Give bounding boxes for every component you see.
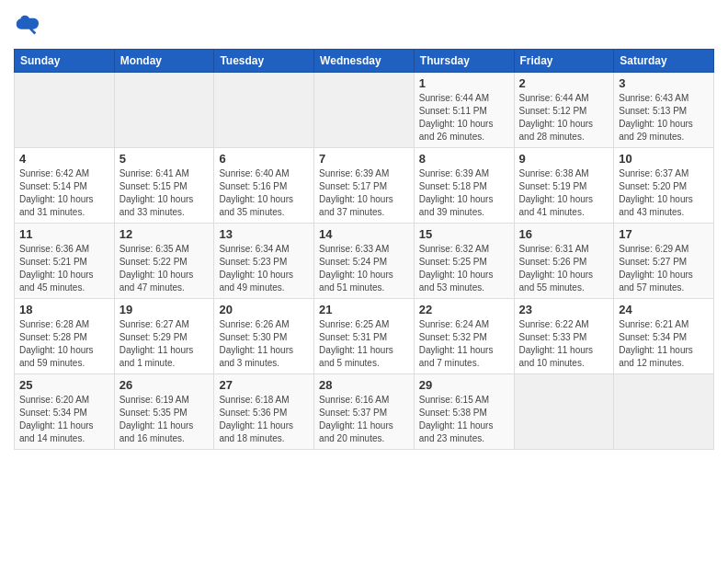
day-info: Sunrise: 6:15 AM Sunset: 5:38 PM Dayligh… <box>419 394 509 445</box>
day-info: Sunrise: 6:18 AM Sunset: 5:36 PM Dayligh… <box>219 394 309 445</box>
calendar-cell: 3Sunrise: 6:43 AM Sunset: 5:13 PM Daylig… <box>614 73 714 148</box>
day-number: 7 <box>319 152 409 166</box>
day-info: Sunrise: 6:40 AM Sunset: 5:16 PM Dayligh… <box>219 167 309 219</box>
day-info: Sunrise: 6:44 AM Sunset: 5:11 PM Dayligh… <box>419 92 509 144</box>
day-number: 3 <box>619 76 709 90</box>
calendar-cell: 16Sunrise: 6:31 AM Sunset: 5:26 PM Dayli… <box>514 224 614 299</box>
day-number: 12 <box>119 227 210 241</box>
day-info: Sunrise: 6:41 AM Sunset: 5:15 PM Dayligh… <box>119 167 210 219</box>
calendar-cell: 6Sunrise: 6:40 AM Sunset: 5:16 PM Daylig… <box>214 148 314 224</box>
calendar-cell: 27Sunrise: 6:18 AM Sunset: 5:36 PM Dayli… <box>214 374 314 450</box>
day-number: 29 <box>419 378 509 392</box>
day-number: 17 <box>619 227 709 241</box>
calendar: SundayMondayTuesdayWednesdayThursdayFrid… <box>14 49 714 450</box>
day-info: Sunrise: 6:32 AM Sunset: 5:25 PM Dayligh… <box>419 243 509 294</box>
logo <box>14 14 43 40</box>
day-number: 13 <box>219 227 309 241</box>
day-number: 23 <box>519 303 609 316</box>
calendar-cell: 22Sunrise: 6:24 AM Sunset: 5:32 PM Dayli… <box>414 299 514 374</box>
calendar-cell: 25Sunrise: 6:20 AM Sunset: 5:34 PM Dayli… <box>15 374 115 450</box>
day-info: Sunrise: 6:26 AM Sunset: 5:30 PM Dayligh… <box>219 318 309 370</box>
day-number: 22 <box>419 303 509 316</box>
calendar-cell: 9Sunrise: 6:38 AM Sunset: 5:19 PM Daylig… <box>514 148 614 224</box>
calendar-cell: 1Sunrise: 6:44 AM Sunset: 5:11 PM Daylig… <box>414 73 514 148</box>
day-number: 9 <box>519 152 609 166</box>
day-info: Sunrise: 6:19 AM Sunset: 5:35 PM Dayligh… <box>119 394 210 445</box>
day-info: Sunrise: 6:38 AM Sunset: 5:19 PM Dayligh… <box>519 167 609 219</box>
calendar-cell: 11Sunrise: 6:36 AM Sunset: 5:21 PM Dayli… <box>15 224 115 299</box>
calendar-cell: 13Sunrise: 6:34 AM Sunset: 5:23 PM Dayli… <box>214 224 314 299</box>
calendar-cell: 23Sunrise: 6:22 AM Sunset: 5:33 PM Dayli… <box>514 299 614 374</box>
header <box>14 14 714 40</box>
day-info: Sunrise: 6:37 AM Sunset: 5:20 PM Dayligh… <box>619 167 709 219</box>
calendar-cell <box>214 73 314 148</box>
day-number: 6 <box>219 152 309 166</box>
header-row: SundayMondayTuesdayWednesdayThursdayFrid… <box>15 50 714 73</box>
calendar-cell: 2Sunrise: 6:44 AM Sunset: 5:12 PM Daylig… <box>514 73 614 148</box>
day-number: 14 <box>319 227 409 241</box>
calendar-day-header: Thursday <box>414 50 514 73</box>
day-number: 18 <box>19 303 109 316</box>
day-info: Sunrise: 6:43 AM Sunset: 5:13 PM Dayligh… <box>619 92 709 144</box>
day-number: 5 <box>119 152 210 166</box>
calendar-cell: 29Sunrise: 6:15 AM Sunset: 5:38 PM Dayli… <box>414 374 514 450</box>
calendar-week-row: 25Sunrise: 6:20 AM Sunset: 5:34 PM Dayli… <box>15 374 714 450</box>
day-number: 8 <box>419 152 509 166</box>
calendar-week-row: 11Sunrise: 6:36 AM Sunset: 5:21 PM Dayli… <box>15 224 714 299</box>
day-number: 28 <box>319 378 409 392</box>
calendar-cell: 26Sunrise: 6:19 AM Sunset: 5:35 PM Dayli… <box>114 374 214 450</box>
day-info: Sunrise: 6:22 AM Sunset: 5:33 PM Dayligh… <box>519 318 609 370</box>
calendar-cell: 17Sunrise: 6:29 AM Sunset: 5:27 PM Dayli… <box>614 224 714 299</box>
calendar-day-header: Tuesday <box>214 50 314 73</box>
calendar-week-row: 1Sunrise: 6:44 AM Sunset: 5:11 PM Daylig… <box>15 73 714 148</box>
calendar-cell: 20Sunrise: 6:26 AM Sunset: 5:30 PM Dayli… <box>214 299 314 374</box>
day-number: 10 <box>619 152 709 166</box>
calendar-body: 1Sunrise: 6:44 AM Sunset: 5:11 PM Daylig… <box>15 73 714 450</box>
day-info: Sunrise: 6:42 AM Sunset: 5:14 PM Dayligh… <box>19 167 109 219</box>
day-info: Sunrise: 6:29 AM Sunset: 5:27 PM Dayligh… <box>619 243 709 294</box>
calendar-day-header: Monday <box>114 50 214 73</box>
calendar-week-row: 4Sunrise: 6:42 AM Sunset: 5:14 PM Daylig… <box>15 148 714 224</box>
calendar-day-header: Sunday <box>15 50 115 73</box>
calendar-cell: 4Sunrise: 6:42 AM Sunset: 5:14 PM Daylig… <box>15 148 115 224</box>
calendar-cell <box>15 73 115 148</box>
day-info: Sunrise: 6:44 AM Sunset: 5:12 PM Dayligh… <box>519 92 609 144</box>
calendar-header: SundayMondayTuesdayWednesdayThursdayFrid… <box>15 50 714 73</box>
calendar-week-row: 18Sunrise: 6:28 AM Sunset: 5:28 PM Dayli… <box>15 299 714 374</box>
day-number: 26 <box>119 378 210 392</box>
day-number: 19 <box>119 303 210 316</box>
day-info: Sunrise: 6:27 AM Sunset: 5:29 PM Dayligh… <box>119 318 210 370</box>
day-info: Sunrise: 6:36 AM Sunset: 5:21 PM Dayligh… <box>19 243 109 294</box>
calendar-cell: 28Sunrise: 6:16 AM Sunset: 5:37 PM Dayli… <box>314 374 415 450</box>
day-number: 1 <box>419 76 509 90</box>
page: SundayMondayTuesdayWednesdayThursdayFrid… <box>0 0 728 563</box>
calendar-cell <box>114 73 214 148</box>
day-info: Sunrise: 6:33 AM Sunset: 5:24 PM Dayligh… <box>319 243 409 294</box>
day-info: Sunrise: 6:39 AM Sunset: 5:17 PM Dayligh… <box>319 167 409 219</box>
calendar-cell: 18Sunrise: 6:28 AM Sunset: 5:28 PM Dayli… <box>15 299 115 374</box>
calendar-cell <box>314 73 415 148</box>
day-info: Sunrise: 6:24 AM Sunset: 5:32 PM Dayligh… <box>419 318 509 370</box>
logo-icon <box>14 14 40 40</box>
calendar-cell <box>614 374 714 450</box>
day-info: Sunrise: 6:39 AM Sunset: 5:18 PM Dayligh… <box>419 167 509 219</box>
day-info: Sunrise: 6:31 AM Sunset: 5:26 PM Dayligh… <box>519 243 609 294</box>
day-number: 2 <box>519 76 609 90</box>
day-info: Sunrise: 6:25 AM Sunset: 5:31 PM Dayligh… <box>319 318 409 370</box>
day-number: 20 <box>219 303 309 316</box>
day-info: Sunrise: 6:16 AM Sunset: 5:37 PM Dayligh… <box>319 394 409 445</box>
day-number: 24 <box>619 303 709 316</box>
day-info: Sunrise: 6:35 AM Sunset: 5:22 PM Dayligh… <box>119 243 210 294</box>
calendar-cell: 5Sunrise: 6:41 AM Sunset: 5:15 PM Daylig… <box>114 148 214 224</box>
calendar-day-header: Friday <box>514 50 614 73</box>
calendar-cell: 12Sunrise: 6:35 AM Sunset: 5:22 PM Dayli… <box>114 224 214 299</box>
day-number: 27 <box>219 378 309 392</box>
day-number: 16 <box>519 227 609 241</box>
day-info: Sunrise: 6:20 AM Sunset: 5:34 PM Dayligh… <box>19 394 109 445</box>
day-number: 25 <box>19 378 109 392</box>
calendar-cell: 10Sunrise: 6:37 AM Sunset: 5:20 PM Dayli… <box>614 148 714 224</box>
calendar-cell: 24Sunrise: 6:21 AM Sunset: 5:34 PM Dayli… <box>614 299 714 374</box>
calendar-cell: 15Sunrise: 6:32 AM Sunset: 5:25 PM Dayli… <box>414 224 514 299</box>
day-info: Sunrise: 6:34 AM Sunset: 5:23 PM Dayligh… <box>219 243 309 294</box>
day-info: Sunrise: 6:21 AM Sunset: 5:34 PM Dayligh… <box>619 318 709 370</box>
